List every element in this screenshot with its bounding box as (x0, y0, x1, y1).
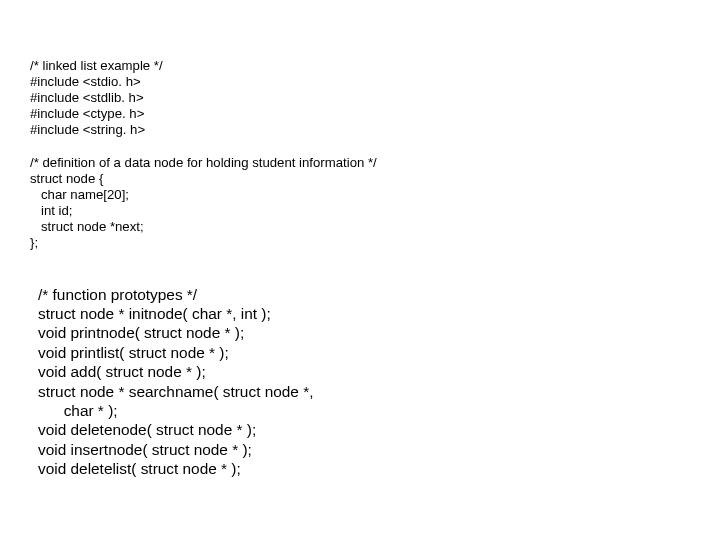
code-line: char * ); (38, 402, 118, 419)
code-line: #include <stdio. h> (30, 74, 141, 89)
code-line: void printlist( struct node * ); (38, 344, 229, 361)
code-line: char name[20]; (30, 187, 129, 202)
code-line: /* definition of a data node for holding… (30, 155, 377, 170)
code-line: struct node * searchname( struct node *, (38, 383, 313, 400)
code-line: void printnode( struct node * ); (38, 324, 244, 341)
code-line: #include <ctype. h> (30, 106, 144, 121)
code-line: void deletelist( struct node * ); (38, 460, 241, 477)
slide: /* linked list example */ #include <stdi… (0, 0, 720, 540)
code-line: }; (30, 235, 38, 250)
code-line: /* function prototypes */ (38, 286, 197, 303)
code-line: #include <string. h> (30, 122, 145, 137)
code-line: struct node * initnode( char *, int ); (38, 305, 271, 322)
code-line: struct node { (30, 171, 103, 186)
code-block-top: /* linked list example */ #include <stdi… (30, 42, 720, 251)
code-block-prototypes: /* function prototypes */ struct node * … (30, 265, 720, 478)
code-line: struct node *next; (30, 219, 144, 234)
code-line: #include <stdlib. h> (30, 90, 144, 105)
code-line: void insertnode( struct node * ); (38, 441, 252, 458)
code-line: void add( struct node * ); (38, 363, 206, 380)
code-line: int id; (30, 203, 73, 218)
code-line: /* linked list example */ (30, 58, 163, 73)
code-line: void deletenode( struct node * ); (38, 421, 256, 438)
